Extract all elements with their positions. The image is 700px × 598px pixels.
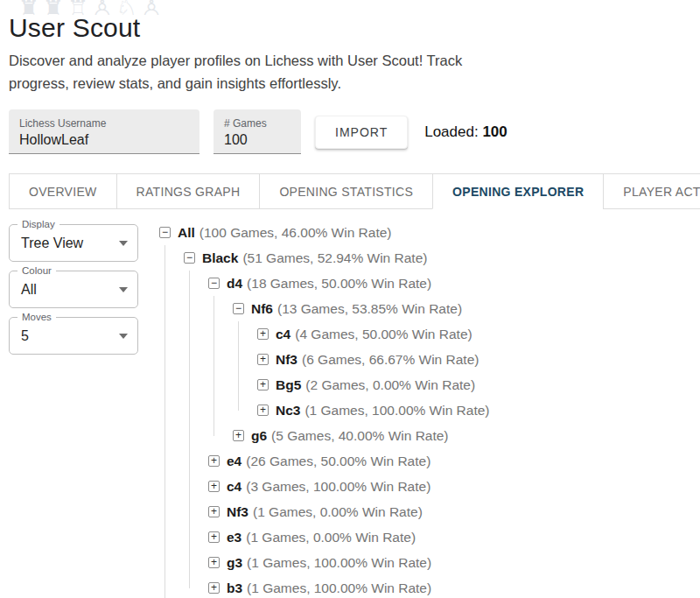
expand-toggle-icon[interactable]: + bbox=[208, 506, 220, 517]
colour-select-value: All bbox=[21, 282, 37, 298]
collapse-toggle-icon[interactable]: − bbox=[184, 252, 195, 264]
tree-node-detail: (4 Games, 50.00% Win Rate) bbox=[295, 327, 472, 342]
page-description-line2: progress, review stats, and gain insight… bbox=[9, 72, 512, 95]
expand-toggle-icon[interactable]: + bbox=[208, 582, 220, 594]
tree-item-g6: +g6(5 Games, 40.00% Win Rate) bbox=[233, 423, 691, 448]
tree-node-name: e3 bbox=[227, 530, 242, 545]
tree-node-name: Nf6 bbox=[251, 301, 273, 317]
tree-node-detail: (1 Games, 0.00% Win Rate) bbox=[246, 530, 416, 545]
colour-select-label: Colour bbox=[18, 265, 56, 277]
tree-row: +c4(3 Games, 100.00% Win Rate) bbox=[208, 474, 691, 499]
tree-row: −All(100 Games, 46.00% Win Rate) bbox=[159, 220, 691, 245]
tree-node-detail: (100 Games, 46.00% Win Rate) bbox=[200, 225, 392, 241]
tab-overview[interactable]: OVERVIEW bbox=[9, 173, 117, 209]
tree-children: −d4(18 Games, 50.00% Win Rate)−Nf6(13 Ga… bbox=[189, 271, 691, 598]
user-scout-app: ♜♜♖♙♘♙ User Scout Discover and analyze p… bbox=[0, 0, 700, 598]
tree-node-name: b3 bbox=[227, 580, 242, 596]
tree-item-all: −All(100 Games, 46.00% Win Rate)−Black(5… bbox=[159, 220, 691, 598]
tree-node-name: d4 bbox=[227, 276, 242, 292]
tab-ratings-graph[interactable]: RATINGS GRAPH bbox=[116, 173, 261, 209]
games-count-field-value[interactable]: 100 bbox=[224, 132, 248, 147]
tree-item-nf3: +Nf3(1 Games, 0.00% Win Rate) bbox=[208, 499, 691, 524]
tree-row: +c4(4 Games, 50.00% Win Rate) bbox=[257, 321, 691, 347]
page-title: User Scout bbox=[9, 0, 691, 43]
expand-toggle-icon[interactable]: + bbox=[233, 430, 244, 441]
expand-toggle-icon[interactable]: + bbox=[208, 557, 220, 568]
expand-toggle-icon[interactable]: + bbox=[257, 379, 269, 390]
tree-item-d4: −d4(18 Games, 50.00% Win Rate)−Nf6(13 Ga… bbox=[208, 271, 691, 448]
username-field[interactable]: Lichess Username HollowLeaf bbox=[9, 109, 200, 154]
tree-item-nf6: −Nf6(13 Games, 53.85% Win Rate)+c4(4 Gam… bbox=[233, 296, 691, 423]
opening-explorer-panel: DisplayTree ViewColourAllMoves5 −All(100… bbox=[9, 220, 691, 598]
tree-row: −Nf6(13 Games, 53.85% Win Rate) bbox=[233, 296, 691, 321]
page-description-line1: Discover and analyze player profiles on … bbox=[9, 49, 512, 72]
tree-node-name: Black bbox=[202, 250, 238, 266]
colour-select[interactable]: ColourAll bbox=[9, 271, 138, 308]
collapse-toggle-icon[interactable]: − bbox=[233, 303, 244, 314]
tab-player-activity[interactable]: PLAYER ACTIVITY bbox=[603, 173, 700, 209]
explorer-controls: DisplayTree ViewColourAllMoves5 bbox=[9, 220, 159, 598]
moves-select-label: Moves bbox=[18, 312, 56, 323]
tree-row: +Nc3(1 Games, 100.00% Win Rate) bbox=[257, 397, 691, 423]
expand-toggle-icon[interactable]: + bbox=[257, 354, 269, 365]
moves-select[interactable]: Moves5 bbox=[9, 317, 138, 355]
username-field-label: Lichess Username bbox=[19, 117, 189, 130]
tree-node-detail: (13 Games, 53.85% Win Rate) bbox=[277, 301, 462, 317]
tab-opening-explorer[interactable]: OPENING EXPLORER bbox=[432, 173, 604, 209]
tree-children: −Nf6(13 Games, 53.85% Win Rate)+c4(4 Gam… bbox=[214, 296, 691, 448]
tree-item-c4: +c4(4 Games, 50.00% Win Rate) bbox=[257, 321, 691, 347]
tab-bar: OVERVIEWRATINGS GRAPHOPENING STATISTICSO… bbox=[9, 173, 691, 209]
opening-tree: −All(100 Games, 46.00% Win Rate)−Black(5… bbox=[159, 220, 691, 598]
collapse-toggle-icon[interactable]: − bbox=[159, 227, 171, 238]
tab-opening-statistics[interactable]: OPENING STATISTICS bbox=[259, 173, 433, 209]
tree-item-e4: +e4(26 Games, 50.00% Win Rate) bbox=[208, 448, 691, 474]
tree-node-detail: (1 Games, 100.00% Win Rate) bbox=[247, 555, 431, 571]
tree-node-name: c4 bbox=[227, 479, 242, 495]
tree-node-name: e4 bbox=[227, 454, 242, 469]
collapse-toggle-icon[interactable]: − bbox=[208, 278, 220, 289]
loaded-status-value: 100 bbox=[482, 123, 507, 140]
chevron-down-icon bbox=[119, 241, 128, 246]
tree-item-black: −Black(51 Games, 52.94% Win Rate)−d4(18 … bbox=[184, 245, 691, 598]
tree-node-detail: (18 Games, 50.00% Win Rate) bbox=[247, 276, 431, 292]
tree-item-nc3: +Nc3(1 Games, 100.00% Win Rate) bbox=[257, 397, 691, 423]
tree-node-name: g6 bbox=[251, 428, 267, 444]
username-field-value[interactable]: HollowLeaf bbox=[19, 132, 88, 147]
chevron-down-icon bbox=[119, 287, 128, 292]
tree-item-g3: +g3(1 Games, 100.00% Win Rate) bbox=[208, 550, 691, 575]
tree-node-detail: (6 Games, 66.67% Win Rate) bbox=[302, 352, 479, 368]
tree-item-c4: +c4(3 Games, 100.00% Win Rate) bbox=[208, 474, 691, 499]
expand-toggle-icon[interactable]: + bbox=[208, 455, 220, 467]
tree-node-name: Nf3 bbox=[276, 352, 298, 368]
tree-root: −All(100 Games, 46.00% Win Rate)−Black(5… bbox=[159, 220, 691, 598]
tree-children: +c4(4 Games, 50.00% Win Rate)+Nf3(6 Game… bbox=[238, 321, 691, 423]
tree-node-detail: (1 Games, 0.00% Win Rate) bbox=[253, 504, 423, 520]
tree-node-detail: (1 Games, 100.00% Win Rate) bbox=[247, 580, 431, 596]
loaded-status-label: Loaded: bbox=[424, 123, 478, 140]
tree-node-detail: (1 Games, 100.00% Win Rate) bbox=[304, 403, 489, 419]
expand-toggle-icon[interactable]: + bbox=[257, 328, 269, 340]
games-count-field[interactable]: # Games 100 bbox=[214, 109, 301, 154]
moves-select-value: 5 bbox=[21, 328, 29, 344]
tree-node-detail: (2 Games, 0.00% Win Rate) bbox=[305, 377, 475, 393]
tree-row: +g3(1 Games, 100.00% Win Rate) bbox=[208, 550, 691, 575]
tree-row: +g6(5 Games, 40.00% Win Rate) bbox=[233, 423, 691, 448]
tree-node-detail: (5 Games, 40.00% Win Rate) bbox=[271, 428, 448, 444]
tree-node-detail: (26 Games, 50.00% Win Rate) bbox=[246, 454, 430, 469]
tree-children: −Black(51 Games, 52.94% Win Rate)−d4(18 … bbox=[164, 245, 691, 598]
tree-row: +e4(26 Games, 50.00% Win Rate) bbox=[208, 448, 691, 474]
display-select[interactable]: DisplayTree View bbox=[9, 224, 138, 262]
tree-item-nf3: +Nf3(6 Games, 66.67% Win Rate) bbox=[257, 347, 691, 372]
loaded-status: Loaded: 100 bbox=[424, 123, 508, 141]
expand-toggle-icon[interactable]: + bbox=[208, 531, 220, 543]
tree-node-name: c4 bbox=[276, 327, 290, 342]
expand-toggle-icon[interactable]: + bbox=[208, 481, 220, 492]
chevron-down-icon bbox=[119, 334, 128, 339]
expand-toggle-icon[interactable]: + bbox=[257, 405, 269, 416]
tree-row: −Black(51 Games, 52.94% Win Rate) bbox=[184, 245, 691, 271]
tree-item-e3: +e3(1 Games, 0.00% Win Rate) bbox=[208, 524, 691, 550]
tree-row: −d4(18 Games, 50.00% Win Rate) bbox=[208, 271, 691, 296]
import-button[interactable]: IMPORT bbox=[315, 116, 408, 149]
tree-item-bg5: +Bg5(2 Games, 0.00% Win Rate) bbox=[257, 372, 691, 397]
tree-node-name: Nf3 bbox=[227, 504, 248, 520]
